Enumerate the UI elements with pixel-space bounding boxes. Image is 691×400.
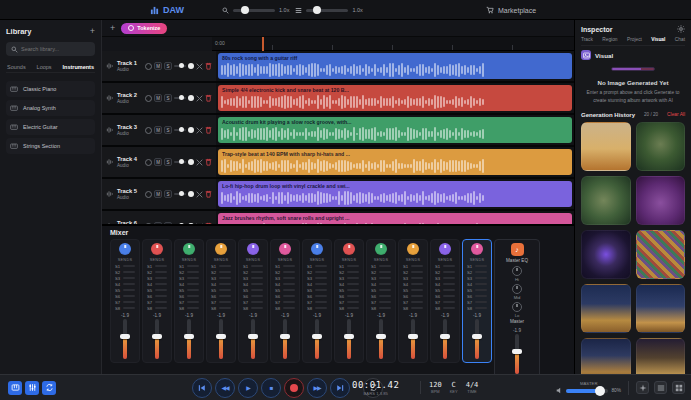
channel-pan-knob[interactable] [151, 243, 163, 255]
delete-track-button[interactable] [205, 190, 212, 198]
master-volume-slider[interactable] [566, 389, 608, 393]
library-item[interactable]: Strings Section [6, 138, 95, 154]
thumb-mosaic-pattern[interactable] [636, 230, 686, 279]
channel-pan-knob[interactable] [279, 243, 291, 255]
channel-fader[interactable] [379, 319, 383, 359]
track-lane[interactable]: Lo-fi hip-hop drum loop with vinyl crack… [216, 179, 574, 209]
visualizer-button[interactable] [636, 381, 649, 394]
channel-fader[interactable] [187, 319, 191, 359]
grid-view-button[interactable] [672, 381, 685, 394]
send-slot[interactable]: S8 [369, 305, 393, 311]
audio-clip[interactable]: Simple 4/4 electronic kick and snare bea… [218, 85, 572, 111]
eq-lo-knob[interactable] [512, 302, 522, 312]
track-volume-slider[interactable] [174, 65, 186, 67]
track-pan-knob[interactable] [188, 127, 194, 133]
fast-forward-button[interactable]: ▶▶ [307, 378, 327, 398]
solo-button[interactable]: S [164, 126, 172, 134]
channel-fader[interactable] [347, 319, 351, 359]
track-lane[interactable]: Acoustic drum kit playing a slow rock gr… [216, 115, 574, 145]
library-search-input[interactable] [21, 46, 90, 52]
track-header[interactable]: Track 6AudioMS [102, 211, 216, 224]
track-pan-knob[interactable] [188, 95, 194, 101]
send-slot[interactable]: S8 [465, 305, 489, 311]
timeline-ruler[interactable]: 0:00 [212, 37, 574, 51]
mute-button[interactable]: M [154, 222, 162, 224]
mixer-channel-strip[interactable]: SENDSS1S2S3S4S5S6S7S8-1.9 [206, 239, 236, 363]
rewind-button[interactable]: ◀◀ [215, 378, 235, 398]
send-slot[interactable]: S8 [177, 305, 201, 311]
track-header[interactable]: Track 2AudioMS [102, 83, 216, 113]
solo-button[interactable]: S [164, 94, 172, 102]
gear-icon[interactable] [677, 25, 685, 33]
inspector-tab-region[interactable]: Region [602, 37, 617, 42]
split-clip-icon[interactable] [196, 127, 203, 134]
track-lane[interactable]: Simple 4/4 electronic kick and snare bea… [216, 83, 574, 113]
thumb-colosseum-sepia[interactable] [636, 338, 686, 374]
track-volume-slider[interactable] [174, 193, 186, 195]
track-lane[interactable]: 80s rock song with a guitar riff [216, 51, 574, 81]
thumb-starry-city-1[interactable] [581, 284, 631, 333]
eq-hi-knob[interactable] [512, 266, 522, 276]
channel-pan-knob[interactable] [439, 243, 451, 255]
track-pan-knob[interactable] [188, 223, 194, 224]
record-arm-button[interactable] [145, 95, 152, 102]
record-arm-button[interactable] [145, 159, 152, 166]
channel-pan-knob[interactable] [183, 243, 195, 255]
split-clip-icon[interactable] [196, 223, 203, 225]
channel-fader[interactable] [283, 319, 287, 359]
mute-button[interactable]: M [154, 126, 162, 134]
list-view-button[interactable] [654, 381, 667, 394]
track-volume-slider[interactable] [174, 161, 186, 163]
inspector-tab-visual[interactable]: Visual [651, 37, 665, 42]
delete-track-button[interactable] [205, 94, 212, 102]
mixer-channel-strip[interactable]: SENDSS1S2S3S4S5S6S7S8-1.9 [270, 239, 300, 363]
delete-track-button[interactable] [205, 126, 212, 134]
speaker-icon[interactable] [556, 387, 563, 394]
stop-button[interactable]: ■ [261, 378, 281, 398]
library-tab-instruments[interactable]: Instruments [63, 64, 94, 70]
solo-button[interactable]: S [164, 62, 172, 70]
track-volume-slider[interactable] [174, 97, 186, 99]
mute-button[interactable]: M [154, 62, 162, 70]
send-slot[interactable]: S8 [433, 305, 457, 311]
library-search[interactable] [6, 42, 95, 56]
record-arm-button[interactable] [145, 223, 152, 225]
playhead[interactable] [262, 37, 264, 51]
channel-fader[interactable] [123, 319, 127, 359]
key-stat[interactable]: C KEY [450, 381, 458, 394]
record-arm-button[interactable] [145, 191, 152, 198]
thumb-colosseum-night[interactable] [581, 338, 631, 374]
skip-to-start-button[interactable] [192, 378, 212, 398]
mixer-channel-strip[interactable]: SENDSS1S2S3S4S5S6S7S8-1.9 [462, 239, 492, 363]
mixer-channel-strip[interactable]: SENDSS1S2S3S4S5S6S7S8-1.9 [334, 239, 364, 363]
record-button[interactable] [284, 378, 304, 398]
marketplace-button[interactable]: Marketplace [486, 0, 536, 20]
channel-fader[interactable] [251, 319, 255, 359]
skip-to-end-button[interactable] [330, 378, 350, 398]
send-slot[interactable]: S8 [241, 305, 265, 311]
solo-button[interactable]: S [164, 158, 172, 166]
master-fader[interactable] [515, 334, 519, 374]
channel-pan-knob[interactable] [343, 243, 355, 255]
mixer-channel-strip[interactable]: SENDSS1S2S3S4S5S6S7S8-1.9 [398, 239, 428, 363]
channel-pan-knob[interactable] [375, 243, 387, 255]
master-strip[interactable]: ♪Master EQHiMidLoMaster-1.9 [494, 239, 540, 374]
library-item[interactable]: Analog Synth [6, 100, 95, 116]
channel-pan-knob[interactable] [215, 243, 227, 255]
channel-fader[interactable] [443, 319, 447, 359]
thumb-birds-sunset[interactable] [581, 122, 631, 171]
split-clip-icon[interactable] [196, 159, 203, 166]
eq-mid-knob[interactable] [512, 284, 522, 294]
library-tab-loops[interactable]: Loops [37, 64, 52, 70]
delete-track-button[interactable] [205, 62, 212, 70]
track-header[interactable]: Track 3AudioMS [102, 115, 216, 145]
track-pan-knob[interactable] [188, 159, 194, 165]
split-clip-icon[interactable] [196, 191, 203, 198]
thumb-neon-spiral[interactable] [581, 230, 631, 279]
channel-pan-knob[interactable] [471, 243, 483, 255]
mixer-channel-strip[interactable]: SENDSS1S2S3S4S5S6S7S8-1.9 [430, 239, 460, 363]
mixer-channel-strip[interactable]: SENDSS1S2S3S4S5S6S7S8-1.9 [366, 239, 396, 363]
inspector-tab-chat[interactable]: Chat [675, 37, 685, 42]
channel-fader[interactable] [219, 319, 223, 359]
audio-clip[interactable]: 80s rock song with a guitar riff [218, 53, 572, 79]
